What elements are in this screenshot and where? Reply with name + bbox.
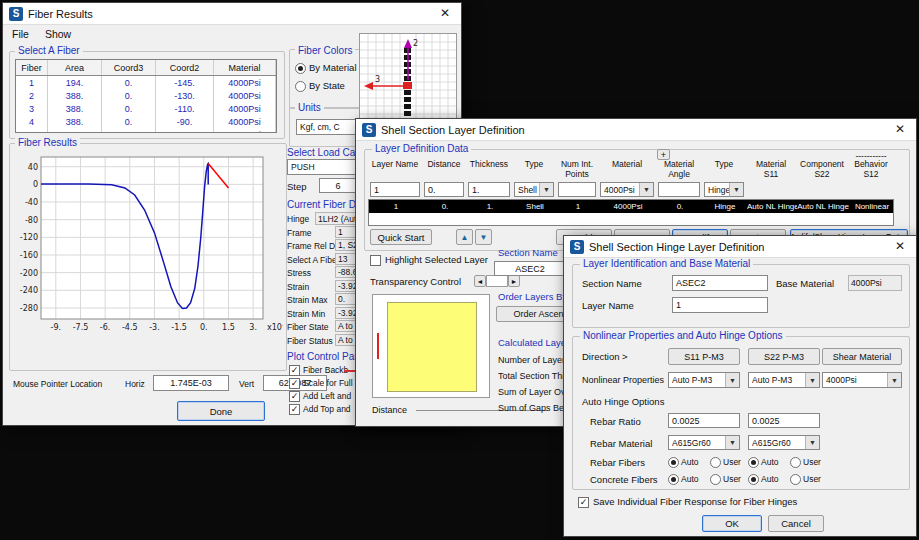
save-fiber-response-checkbox[interactable]	[578, 497, 589, 508]
chevron-down-icon: ▼	[539, 183, 553, 196]
table-row[interactable]: 3 388. 0. -110. 4000Psi	[16, 102, 276, 115]
num-int-points-input[interactable]	[558, 182, 596, 197]
titlebar[interactable]: S Shell Section Hinge Layer Definition ✕	[564, 236, 916, 258]
shear-material-combo[interactable]: 4000Psi▼	[822, 372, 902, 388]
layer-list[interactable]: 1 0. 1. Shell 1 4000Psi 0. Hinge Auto NL…	[368, 199, 894, 226]
cell: -90.	[156, 115, 214, 128]
type-value: Shell	[515, 183, 539, 196]
cell: 388.	[48, 128, 102, 133]
concrete-fibers-s22-auto-radio[interactable]	[748, 474, 759, 485]
transparency-right-icon[interactable]: ►	[508, 275, 520, 287]
concrete-fibers-s11-auto-radio[interactable]	[668, 474, 679, 485]
table-row[interactable]: 5 388. 0. -70. 4000Psi	[16, 128, 276, 133]
table-row[interactable]: 4 388. 0. -90. 4000Psi	[16, 115, 276, 128]
distance-axis-label: Distance	[372, 405, 407, 415]
cell: 2	[16, 89, 48, 102]
menu-file[interactable]: File	[12, 28, 29, 40]
quick-start-button[interactable]: Quick Start	[370, 229, 432, 245]
col-header: Thickness	[466, 159, 512, 169]
by-material-radio[interactable]	[295, 63, 306, 74]
rebar-material-s22-combo[interactable]: A615Gr60▼	[748, 435, 820, 450]
cell: 388.	[48, 115, 102, 128]
material-combo[interactable]: 4000Psi▼	[600, 182, 654, 197]
s22-pm3-button[interactable]: S22 P-M3	[748, 348, 820, 365]
transparency-left-icon[interactable]: ◄	[474, 275, 486, 287]
distance-input[interactable]: 0.	[424, 182, 464, 197]
rebar-material-s11-combo[interactable]: A615Gr60▼	[668, 435, 740, 450]
section-preview-canvas: 3 2	[360, 34, 456, 130]
rebar-ratio-s11-field[interactable]: 0.0025	[668, 413, 740, 428]
cancel-button[interactable]: Cancel	[768, 515, 824, 532]
direction-label: Direction >	[582, 351, 628, 362]
rebar-ratio-s22-field[interactable]: 0.0025	[748, 413, 820, 428]
s11-pm3-button[interactable]: S11 P-M3	[668, 348, 740, 365]
app-icon: S	[362, 123, 376, 137]
titlebar[interactable]: S Shell Section Layer Definition ✕	[356, 119, 916, 141]
base-material-field: 4000Psi	[848, 275, 902, 291]
s22-nonlinear-combo[interactable]: Auto P-M3▼	[748, 372, 820, 388]
step-field[interactable]: 6	[319, 178, 357, 193]
type-combo[interactable]: Shell▼	[514, 182, 554, 197]
chevron-down-icon: ▼	[729, 183, 743, 196]
table-row[interactable]: 2 388. 0. -130. 4000Psi	[16, 89, 276, 102]
by-state-radio[interactable]	[295, 81, 306, 92]
concrete-fibers-s11-user-radio[interactable]	[710, 474, 721, 485]
concrete-fibers-s22-user-radio[interactable]	[790, 474, 801, 485]
col-coord3: Coord3	[102, 60, 156, 75]
s11-nonlinear-combo[interactable]: Auto P-M3▼	[668, 372, 740, 388]
add-top-checkbox[interactable]	[289, 404, 300, 415]
fiber-results-plot[interactable]: -9.-7.5-6.-4.5-3.-1.50.1.53.400-40-80-12…	[11, 151, 283, 355]
shear-material-button[interactable]: Shear Material	[822, 348, 902, 365]
fiber-table[interactable]: Fiber Area Coord3 Coord2 Material 1 194.…	[15, 59, 277, 133]
titlebar[interactable]: S Fiber Results ✕	[3, 3, 461, 25]
svg-text:-120: -120	[20, 233, 38, 242]
fiber-state-label: Fiber State	[287, 322, 329, 332]
strain-label: Strain	[287, 282, 309, 292]
transparency-control-label: Transparency Control	[370, 276, 461, 287]
ok-button[interactable]: OK	[702, 515, 762, 532]
cell: 4000Psi	[214, 76, 276, 89]
cell: 3	[16, 102, 48, 115]
col-header: Material	[656, 159, 702, 169]
rebar-fibers-s22-user-radio[interactable]	[790, 457, 801, 468]
highlight-selected-layer-checkbox[interactable]	[370, 255, 381, 266]
by-state-label: By State	[309, 80, 345, 91]
auto-label: Auto	[761, 474, 779, 484]
scale-full-checkbox[interactable]	[289, 378, 300, 389]
table-row[interactable]: 1 194. 0. -145. 4000Psi	[16, 76, 276, 89]
cell: 4	[16, 115, 48, 128]
layer-name-field[interactable]: 1	[672, 297, 768, 313]
rebar-fibers-s11-user-radio[interactable]	[710, 457, 721, 468]
material-angle-input[interactable]	[658, 182, 700, 197]
add-material-button[interactable]: +	[657, 149, 670, 160]
rebar-fibers-s11-auto-radio[interactable]	[668, 457, 679, 468]
section-name-label: Section Name	[498, 247, 558, 258]
cell: 1.	[467, 200, 513, 213]
cell: 388.	[48, 89, 102, 102]
move-up-icon[interactable]: ▲	[456, 229, 473, 245]
desktop: S Fiber Results ✕ File Show Select A Fib…	[0, 0, 919, 540]
close-icon[interactable]: ✕	[884, 236, 916, 257]
thickness-input[interactable]: 1.	[468, 182, 510, 197]
transparency-track[interactable]	[486, 275, 508, 287]
horiz-value-field[interactable]: 1.745E-03	[153, 375, 229, 391]
section-name-field[interactable]: ASEC2	[672, 275, 768, 291]
menu-show[interactable]: Show	[45, 28, 71, 40]
col-header2: S11	[746, 169, 796, 179]
app-icon: S	[570, 240, 584, 254]
cell: Auto NL Hinge	[747, 200, 797, 213]
col-area: Area	[48, 60, 102, 75]
move-down-icon[interactable]: ▼	[475, 229, 492, 245]
done-button[interactable]: Done	[177, 401, 265, 421]
concrete-fibers-label: Concrete Fibers	[590, 474, 658, 485]
cell: 0.	[657, 200, 703, 213]
svg-text:0: 0	[33, 180, 38, 189]
close-icon[interactable]: ✕	[884, 119, 916, 140]
hinge-type-combo[interactable]: Hinge▼	[704, 182, 744, 197]
rebar-fibers-s22-auto-radio[interactable]	[748, 457, 759, 468]
layer-name-input[interactable]: 1	[370, 182, 420, 197]
close-icon[interactable]: ✕	[429, 3, 461, 24]
fiber-backbone-checkbox[interactable]	[289, 365, 300, 376]
add-left-checkbox[interactable]	[289, 391, 300, 402]
selected-layer-row[interactable]: 1 0. 1. Shell 1 4000Psi 0. Hinge Auto NL…	[369, 200, 893, 213]
